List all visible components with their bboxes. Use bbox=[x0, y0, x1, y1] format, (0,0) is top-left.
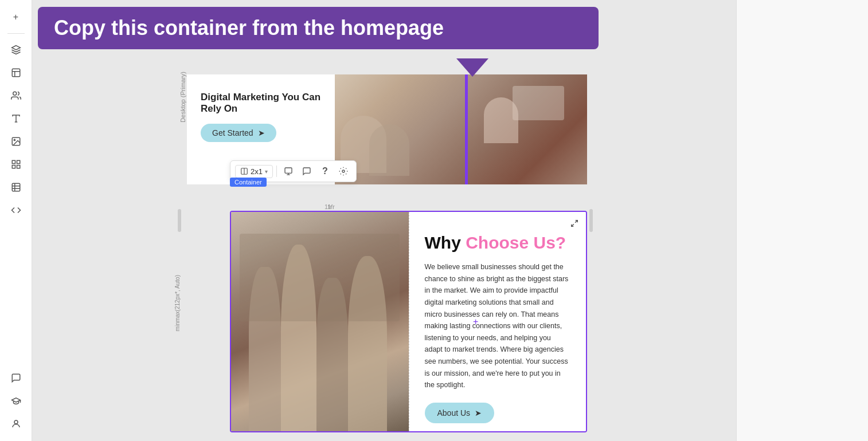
homepage-photo-bg bbox=[335, 74, 587, 184]
size-label: minmax(212px*, Auto) bbox=[174, 275, 181, 331]
account-icon[interactable] bbox=[6, 414, 26, 434]
svg-rect-20 bbox=[285, 168, 292, 173]
about-title: Why Choose Us? bbox=[425, 233, 570, 253]
svg-marker-0 bbox=[11, 46, 20, 50]
svg-point-4 bbox=[13, 92, 16, 95]
add-icon[interactable]: + bbox=[6, 7, 26, 27]
image-icon[interactable] bbox=[6, 131, 26, 152]
homepage-photo bbox=[335, 74, 587, 184]
expand-icon[interactable] bbox=[568, 216, 581, 230]
about-us-button[interactable]: About Us ➤ bbox=[425, 403, 495, 423]
resize-handle-right[interactable] bbox=[589, 209, 593, 232]
chat-icon[interactable] bbox=[6, 368, 26, 388]
comment-icon-btn[interactable] bbox=[299, 163, 315, 179]
canvas-area: Desktop (Primary) Digital Marketing You … bbox=[32, 0, 736, 441]
cross-marker: + bbox=[473, 317, 478, 327]
svg-rect-10 bbox=[17, 160, 19, 163]
svg-point-17 bbox=[14, 420, 18, 424]
page-icon[interactable] bbox=[6, 62, 26, 83]
center-dashed-line bbox=[409, 212, 409, 431]
page-label: Desktop (Primary) bbox=[179, 72, 186, 123]
homepage-hero-text: Digital Marketing You Can Rely On bbox=[201, 92, 321, 115]
components-icon[interactable] bbox=[6, 154, 26, 175]
tooltip-text: Copy this container from the homepage bbox=[54, 16, 444, 40]
container-badge: Container bbox=[230, 178, 267, 187]
about-description: We believe small businesses should get t… bbox=[425, 261, 570, 391]
about-title-pink: Choose Us? bbox=[466, 233, 566, 252]
grid-label-right: 1fr bbox=[327, 203, 335, 210]
preview-icon-btn[interactable] bbox=[280, 163, 296, 179]
left-sidebar: + bbox=[0, 0, 32, 441]
help-icon-btn[interactable]: ? bbox=[317, 163, 333, 179]
team-photo-bg bbox=[231, 212, 409, 431]
right-panel bbox=[736, 0, 868, 441]
layers-icon[interactable] bbox=[6, 40, 26, 60]
settings-icon-btn[interactable] bbox=[335, 163, 351, 179]
font-icon[interactable] bbox=[6, 108, 26, 129]
code-icon[interactable] bbox=[6, 200, 26, 220]
svg-rect-9 bbox=[12, 160, 15, 163]
table-icon[interactable] bbox=[6, 177, 26, 198]
users-icon[interactable] bbox=[6, 85, 26, 106]
main-area: Copy this container from the homepage De… bbox=[32, 0, 736, 441]
svg-point-8 bbox=[14, 139, 15, 140]
about-text: Why Choose Us? We believe small business… bbox=[409, 212, 587, 431]
svg-rect-11 bbox=[12, 166, 15, 168]
get-started-button[interactable]: Get Started ➤ bbox=[201, 124, 276, 142]
learn-icon[interactable] bbox=[6, 391, 26, 411]
purple-divider bbox=[465, 74, 468, 184]
tooltip-arrow bbox=[456, 58, 488, 77]
about-photo bbox=[231, 212, 409, 431]
resize-handle-left[interactable] bbox=[178, 209, 181, 232]
svg-rect-1 bbox=[12, 69, 20, 77]
tooltip-banner: Copy this container from the homepage bbox=[38, 7, 599, 49]
layout-selector[interactable]: 2x1 ▾ bbox=[235, 165, 273, 178]
svg-rect-12 bbox=[17, 166, 19, 168]
about-container: Why Choose Us? We believe small business… bbox=[230, 211, 587, 432]
svg-point-23 bbox=[342, 170, 345, 172]
svg-rect-13 bbox=[12, 183, 20, 191]
